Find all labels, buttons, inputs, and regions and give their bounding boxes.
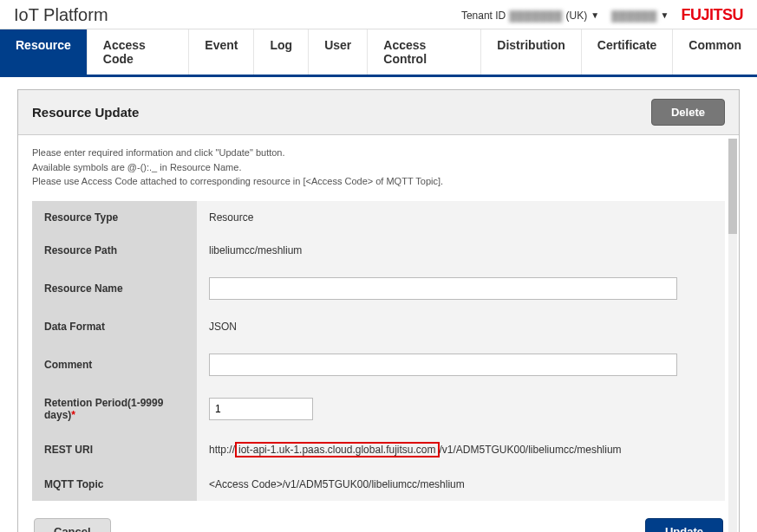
chevron-down-icon: ▼ <box>591 10 599 20</box>
instructions: Please enter required information and cl… <box>32 146 725 189</box>
value-resource-type: Resource <box>197 201 725 234</box>
cancel-button[interactable]: Cancel <box>34 518 111 533</box>
header-right: Tenant ID ▓▓▓▓▓▓▓ (UK) ▼ ▓▓▓▓▓▓ ▼ FUJITS… <box>461 6 743 24</box>
retention-label-text: Retention Period(1-9999 days) <box>44 397 163 421</box>
label-data-format: Data Format <box>32 310 197 343</box>
value-comment <box>197 343 725 386</box>
resource-name-input[interactable] <box>209 277 677 300</box>
required-asterisk: * <box>71 409 75 421</box>
tab-access-code[interactable]: Access Code <box>88 29 190 75</box>
tab-log[interactable]: Log <box>254 29 309 75</box>
row-comment: Comment <box>32 343 725 386</box>
tenant-selector[interactable]: Tenant ID ▓▓▓▓▓▓▓ (UK) ▼ <box>461 10 599 22</box>
panel-header: Resource Update Delete <box>18 90 739 135</box>
rest-uri-prefix: http:// <box>209 444 235 456</box>
tab-resource[interactable]: Resource <box>0 29 88 75</box>
label-retention: Retention Period(1-9999 days)* <box>32 386 197 431</box>
panel-body: Please enter required information and cl… <box>18 135 739 532</box>
retention-input[interactable] <box>209 398 313 420</box>
label-resource-type: Resource Type <box>32 201 197 234</box>
user-selector[interactable]: ▓▓▓▓▓▓ ▼ <box>611 10 669 22</box>
tenant-id-obscured: ▓▓▓▓▓▓▓ <box>509 10 562 22</box>
tab-common[interactable]: Common <box>673 29 757 75</box>
footer-buttons: Cancel Update <box>32 518 725 533</box>
instruction-line: Available symbols are @-():._ in Resourc… <box>32 160 725 175</box>
content-area: Resource Update Delete Please enter requ… <box>0 77 757 532</box>
value-resource-path: libeliumcc/meshlium <box>197 234 725 267</box>
value-retention <box>197 386 725 431</box>
instruction-line: Please enter required information and cl… <box>32 146 725 160</box>
update-button[interactable]: Update <box>645 518 723 533</box>
delete-button[interactable]: Delete <box>651 99 725 126</box>
tenant-label: Tenant ID <box>461 10 506 22</box>
brand-logo: FUJITSU <box>681 6 743 24</box>
value-mqtt: <Access Code>/v1/ADM5TGUK00/libeliumcc/m… <box>197 468 725 501</box>
tenant-region: (UK) <box>566 10 588 22</box>
label-mqtt: MQTT Topic <box>32 468 197 501</box>
app-logo: IoT Platform <box>14 5 108 25</box>
chevron-down-icon: ▼ <box>661 10 669 20</box>
rest-uri-suffix: /v1/ADM5TGUK00/libeliumcc/meshlium <box>440 444 622 456</box>
label-rest-uri: REST URI <box>32 431 197 468</box>
row-resource-name: Resource Name <box>32 267 725 310</box>
user-name-obscured: ▓▓▓▓▓▓ <box>611 10 657 22</box>
row-data-format: Data Format JSON <box>32 310 725 343</box>
row-mqtt: MQTT Topic <Access Code>/v1/ADM5TGUK00/l… <box>32 468 725 501</box>
row-rest-uri: REST URI http://iot-api-1.uk-1.paas.clou… <box>32 431 725 468</box>
tab-access-control[interactable]: Access Control <box>368 29 481 75</box>
scrollbar-track[interactable] <box>728 139 737 532</box>
scrollbar-thumb[interactable] <box>728 139 737 234</box>
row-retention: Retention Period(1-9999 days)* <box>32 386 725 431</box>
instruction-line: Please use Access Code attached to corre… <box>32 174 725 189</box>
form-table: Resource Type Resource Resource Path lib… <box>32 201 725 501</box>
tab-user[interactable]: User <box>309 29 368 75</box>
comment-input[interactable] <box>209 354 677 376</box>
row-resource-type: Resource Type Resource <box>32 201 725 234</box>
value-resource-name <box>197 267 725 310</box>
row-resource-path: Resource Path libeliumcc/meshlium <box>32 234 725 267</box>
tab-distribution[interactable]: Distribution <box>481 29 582 75</box>
value-rest-uri: http://iot-api-1.uk-1.paas.cloud.global.… <box>197 431 725 468</box>
resource-update-panel: Resource Update Delete Please enter requ… <box>17 89 740 532</box>
rest-uri-host-highlight: iot-api-1.uk-1.paas.cloud.global.fujitsu… <box>235 442 439 457</box>
label-resource-name: Resource Name <box>32 267 197 310</box>
value-data-format: JSON <box>197 310 725 343</box>
panel-title: Resource Update <box>32 105 139 120</box>
app-header: IoT Platform Tenant ID ▓▓▓▓▓▓▓ (UK) ▼ ▓▓… <box>0 0 757 29</box>
tab-event[interactable]: Event <box>189 29 254 75</box>
label-comment: Comment <box>32 343 197 386</box>
nav-tabs: Resource Access Code Event Log User Acce… <box>0 29 757 77</box>
label-resource-path: Resource Path <box>32 234 197 267</box>
tab-certificate[interactable]: Certificate <box>582 29 673 75</box>
